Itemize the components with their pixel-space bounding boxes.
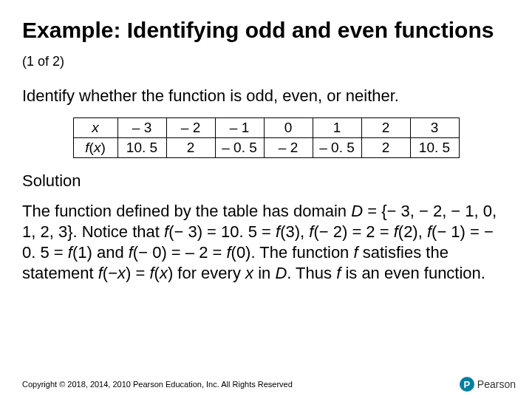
table-cell: 2	[361, 138, 410, 158]
table-cell: 2	[166, 138, 215, 158]
table-cell: 10. 5	[117, 138, 166, 158]
copyright-text: Copyright © 2018, 2014, 2010 Pearson Edu…	[22, 380, 293, 389]
pearson-badge-icon: P	[460, 377, 474, 392]
table-cell: – 0. 5	[313, 138, 361, 158]
table-cell: – 1	[215, 118, 264, 138]
table-cell: 10. 5	[410, 138, 459, 158]
function-table: x – 3 – 2 – 1 0 1 2 3 f(x) 10. 5 2 – 0. …	[73, 117, 460, 158]
table-cell: 2	[361, 118, 410, 138]
table-cell: – 2	[166, 118, 215, 138]
table-cell: – 0. 5	[215, 138, 264, 158]
slide-title: Example: Identifying odd and even functi…	[22, 16, 510, 72]
instruction-text: Identify whether the function is odd, ev…	[22, 86, 510, 106]
table-cell: 0	[264, 118, 313, 138]
table-cell: – 2	[264, 138, 313, 158]
table-row: f(x) 10. 5 2 – 0. 5 – 2 – 0. 5 2 10. 5	[73, 138, 459, 158]
function-table-wrap: x – 3 – 2 – 1 0 1 2 3 f(x) 10. 5 2 – 0. …	[22, 117, 510, 158]
pearson-logo: P Pearson	[460, 377, 516, 392]
row-header-x: x	[73, 118, 117, 138]
title-main: Example: Identifying odd and even functi…	[22, 18, 494, 42]
table-cell: 3	[410, 118, 459, 138]
pearson-logo-text: Pearson	[477, 378, 516, 390]
solution-body: The function defined by the table has do…	[22, 201, 510, 284]
table-row: x – 3 – 2 – 1 0 1 2 3	[73, 118, 459, 138]
table-cell: – 3	[117, 118, 166, 138]
table-cell: 1	[313, 118, 361, 138]
title-subtitle: (1 of 2)	[22, 54, 64, 69]
solution-heading: Solution	[22, 171, 510, 191]
row-header-fx: f(x)	[73, 138, 117, 158]
